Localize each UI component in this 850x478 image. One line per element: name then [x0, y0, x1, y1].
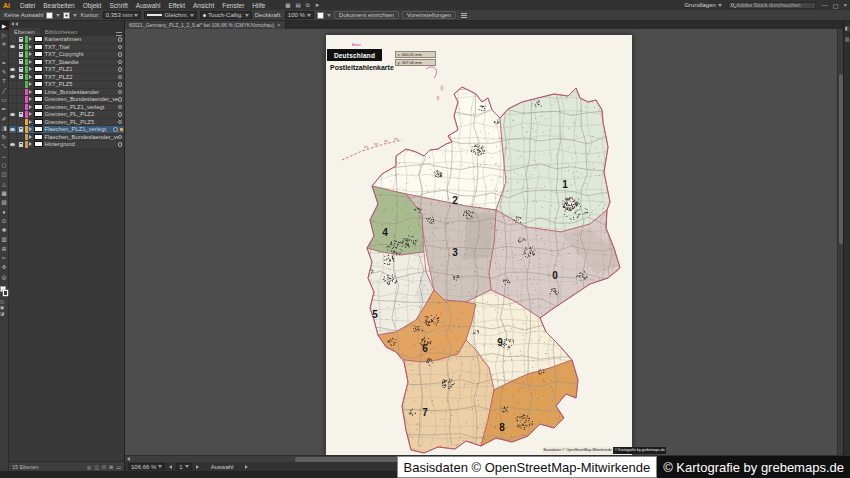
zoom-tool[interactable]: ◎	[0, 272, 9, 281]
visibility-toggle[interactable]	[9, 111, 17, 118]
more-options-icon[interactable]	[461, 13, 467, 18]
app-bar-icon-3[interactable]: ➤	[315, 2, 320, 9]
app-bar-icon-0[interactable]: ▦	[285, 2, 290, 9]
panel-icon[interactable]: ◧	[845, 25, 850, 31]
blend-tool[interactable]: ⊙	[0, 216, 9, 225]
layer-row-TXT_PLZ5[interactable]: TXT_PLZ5	[9, 81, 124, 89]
layers-footer-icon-0[interactable]: ◎	[87, 464, 91, 470]
visibility-toggle[interactable]	[9, 141, 17, 148]
toolbar-mode-icon-1[interactable]: ▣	[0, 305, 4, 310]
scale-tool[interactable]: ⤡	[0, 142, 9, 151]
menu-effekt[interactable]: Effekt	[164, 2, 189, 9]
stroke-color-swatch[interactable]	[63, 12, 70, 19]
visibility-toggle[interactable]	[9, 126, 17, 133]
disclosure-triangle-icon[interactable]	[29, 142, 32, 146]
chevron-down-icon[interactable]	[73, 14, 77, 17]
layer-row-TXT_Titel[interactable]: TXT_Titel	[9, 44, 124, 52]
scroll-left-icon[interactable]	[127, 457, 130, 461]
lock-toggle[interactable]	[17, 81, 25, 88]
layer-target-icon[interactable]	[118, 142, 123, 147]
selection-tool[interactable]: ▶	[0, 21, 9, 30]
visibility-toggle[interactable]	[9, 51, 17, 58]
disclosure-triangle-icon[interactable]	[29, 105, 32, 109]
lock-toggle[interactable]	[17, 134, 25, 141]
visibility-toggle[interactable]	[9, 74, 17, 81]
disclosure-triangle-icon[interactable]	[29, 52, 32, 56]
visibility-toggle[interactable]	[9, 44, 17, 51]
width-tool[interactable]: ↔	[0, 151, 9, 160]
chevron-down-icon[interactable]	[56, 14, 60, 17]
document-tab[interactable]: 60021_Germany_PLZ_1_2_5.ai* bei 106,66 %…	[125, 21, 286, 29]
menu-schrift[interactable]: Schrift	[105, 2, 131, 9]
direct-selection-tool[interactable]: ▷	[0, 30, 9, 39]
layer-target-icon[interactable]	[118, 75, 123, 80]
visibility-toggle[interactable]	[9, 119, 17, 126]
lock-toggle[interactable]	[17, 59, 25, 66]
layers-footer-icon-4[interactable]: ▭	[116, 464, 121, 470]
document-setup-button[interactable]: Dokument einrichten	[334, 11, 399, 19]
disclosure-triangle-icon[interactable]	[29, 112, 32, 116]
lock-toggle[interactable]	[17, 141, 25, 148]
layer-row-TXT_Copyright[interactable]: TXT_Copyright	[9, 51, 124, 59]
artboard-tool[interactable]: ⊞	[0, 244, 9, 253]
artboard-select[interactable]: 1	[176, 463, 191, 470]
artboard[interactable]: Anker Deutschland Postleitzahlenkarte x:…	[326, 35, 632, 455]
workspace-switcher[interactable]: Grundlagen	[684, 2, 721, 8]
canvas[interactable]: Anker Deutschland Postleitzahlenkarte x:…	[125, 29, 843, 455]
gradient-tool[interactable]: ▧	[0, 198, 9, 207]
lock-toggle[interactable]	[17, 126, 25, 133]
lock-toggle[interactable]	[17, 51, 25, 58]
close-tab-icon[interactable]: ×	[277, 22, 281, 28]
lock-toggle[interactable]	[17, 66, 25, 73]
menu-ansicht[interactable]: Ansicht	[189, 2, 218, 9]
menu-objekt[interactable]: Objekt	[79, 2, 106, 9]
panel-icon[interactable]: ▥	[845, 36, 850, 42]
lasso-tool[interactable]: ◌	[0, 49, 9, 58]
layer-target-icon[interactable]	[118, 37, 123, 42]
layers-footer-icon-1[interactable]: ◫	[94, 464, 99, 470]
disclosure-triangle-icon[interactable]	[29, 60, 32, 64]
layer-row-Hintergrund[interactable]: Hintergrund	[9, 141, 124, 149]
layer-target-icon[interactable]	[118, 112, 123, 117]
status-flyout-icon[interactable]	[245, 465, 248, 469]
curvature-tool[interactable]: ✎	[0, 67, 9, 76]
hand-tool[interactable]: ✣	[0, 263, 9, 272]
layer-target-icon[interactable]	[118, 82, 123, 87]
layer-target-icon[interactable]	[118, 120, 123, 125]
layer-row-Flaechen_PLZ1_verlegt[interactable]: Flaechen_PLZ1_verlegt	[9, 126, 124, 134]
visibility-toggle[interactable]	[9, 134, 17, 141]
layer-row-Linie_Bundeslaender[interactable]: Linie_Bundeslaender	[9, 89, 124, 97]
layer-target-icon[interactable]	[118, 45, 123, 50]
layer-target-icon[interactable]	[118, 52, 123, 57]
menu-fenster[interactable]: Fenster	[218, 2, 248, 9]
disclosure-triangle-icon[interactable]	[29, 120, 32, 124]
fill-stroke-swatches[interactable]	[0, 286, 9, 297]
perspective-grid-tool[interactable]: △	[0, 179, 9, 188]
layer-row-Flaechen_Bundeslaender_verlegt[interactable]: Flaechen_Bundeslaender_verlegt	[9, 134, 124, 142]
disclosure-triangle-icon[interactable]	[29, 75, 32, 79]
graph-tool[interactable]: ▥	[0, 235, 9, 244]
visibility-toggle[interactable]	[9, 59, 17, 66]
collapse-panel-icon[interactable]	[15, 22, 18, 26]
app-bar-icon-1[interactable]: ▤	[296, 2, 301, 9]
app-bar-icon-2[interactable]: ⧉	[306, 2, 310, 9]
chevron-down-icon[interactable]	[327, 14, 331, 17]
disclosure-triangle-icon[interactable]	[29, 90, 32, 94]
menu-hilfe[interactable]: Hilfe	[248, 2, 269, 9]
menu-bearbeiten[interactable]: Bearbeiten	[39, 2, 78, 9]
close-button[interactable]: ×	[843, 2, 847, 9]
disclosure-triangle-icon[interactable]	[29, 135, 32, 139]
layers-footer-icon-3[interactable]: ⊞	[109, 464, 113, 470]
collapse-panel-icon[interactable]	[11, 22, 14, 26]
next-artboard-icon[interactable]	[196, 465, 199, 469]
layers-footer-icon-2[interactable]: ⊡	[102, 464, 106, 470]
menu-auswahl[interactable]: Auswahl	[132, 2, 165, 9]
lock-toggle[interactable]	[17, 104, 25, 111]
layer-target-icon[interactable]	[118, 60, 123, 65]
minimize-button[interactable]: —	[822, 2, 828, 9]
layer-row-Grenzen_PL_PLZ5[interactable]: Grenzen_PL_PLZ5	[9, 119, 124, 127]
disclosure-triangle-icon[interactable]	[29, 45, 32, 49]
visibility-toggle[interactable]	[9, 36, 17, 43]
stroke-swatch[interactable]	[3, 290, 9, 296]
rotate-tool[interactable]: ↻	[0, 133, 9, 142]
